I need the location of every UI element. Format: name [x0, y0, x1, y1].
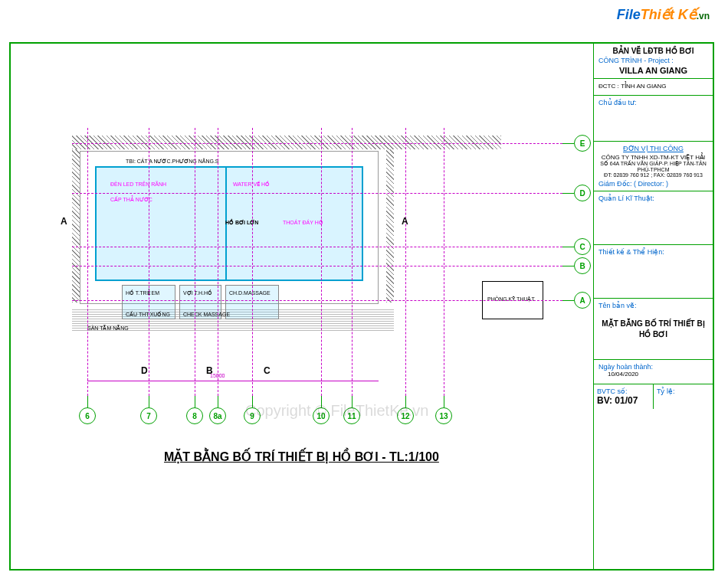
grid-bubble-11: 11 — [343, 407, 360, 424]
section-a-right: A — [402, 216, 408, 227]
tb-location-section: ĐCTC : TỈNH AN GIANG — [594, 79, 713, 96]
dim-overall-text: 15000 — [210, 373, 225, 378]
title-block: BẢN VẼ LĐTB HỒ BƠI CÔNG TRÌNH - Project … — [593, 44, 713, 569]
grid-line-a — [72, 300, 562, 301]
hatch-left — [72, 149, 80, 302]
grid-stem-8 — [195, 396, 195, 407]
grid-stem-c — [562, 247, 574, 247]
grid-stem-6 — [87, 396, 88, 407]
grid-stem-9 — [252, 396, 253, 407]
tb-date-label: Ngày hoàn thành: — [598, 363, 708, 371]
tb-design-section: Thiết kế & Thể Hiện: — [594, 245, 713, 299]
tb-drawing-name: MẶT BẰNG BỐ TRÍ THIẾT BỊ HỒ BƠI — [598, 319, 708, 340]
grid-stem-7 — [149, 396, 149, 407]
tb-sheet-section: BVTC số: BV: 01/07 Tỷ lệ: — [594, 384, 713, 409]
grid-line-8a — [218, 128, 218, 396]
plan-title: MẶT BẰNG BỐ TRÍ THIẾT BỊ HỒ BƠI - TL:1/1… — [164, 450, 439, 464]
tb-sheet-value: BV: 01/07 — [597, 395, 650, 406]
grid-bubble-8: 8 — [186, 407, 203, 424]
section-c-bot: C — [264, 365, 271, 376]
tb-project-label: CÔNG TRÌNH - Project : — [598, 57, 708, 64]
tb-location-label: ĐCTC : — [598, 83, 619, 90]
drawing-frame: PHÒNG KỸ THUẬT TBI: CÁT A NƯỚC.PHƯƠNG NĂ… — [9, 42, 714, 571]
tb-tech-section: Quản Lí Kĩ Thuật: — [594, 191, 713, 245]
label-main-pool: HỒ BƠI LỚN — [225, 220, 258, 226]
hatch-top — [72, 136, 501, 149]
grid-stem-13 — [444, 396, 444, 407]
tb-date-section: Ngày hoàn thành: 10/04/2020 — [594, 360, 713, 384]
label-entry1: CẦU THT.XUỐNG — [126, 312, 170, 318]
grid-bubble-10: 10 — [313, 407, 330, 424]
logo-file: File — [617, 7, 641, 22]
grid-stem-12 — [405, 396, 406, 407]
label-sp1: HỒ T.TRẺ EM — [126, 290, 159, 296]
tb-drawing-name-label: Tên bản vẽ: — [598, 302, 708, 309]
tb-location-value: TỈNH AN GIANG — [621, 83, 666, 90]
label-massage: CH.D.MASSAGE — [229, 290, 271, 296]
tb-header: BẢN VẼ LĐTB HỒ BƠI — [598, 47, 708, 55]
label-decor: TBI: CÁT A NƯỚC.PHƯƠNG NĂNG.S — [126, 159, 219, 165]
site-logo: FileThiết Kế.vn — [617, 6, 710, 23]
label-drain: THOÁT ĐÁY HỒ — [283, 220, 323, 226]
grid-bubble-c: C — [574, 238, 591, 255]
tb-contractor-label: ĐƠN VỊ THI CÔNG — [598, 145, 708, 152]
grid-bubble-d: D — [574, 185, 591, 201]
grid-bubble-6: 6 — [79, 407, 96, 424]
grid-bubble-8a: 8a — [209, 407, 226, 424]
grid-line-9 — [252, 128, 253, 396]
grid-stem-d — [562, 193, 574, 194]
tb-contractor-addr: SỐ 64A TRẦN VĂN GIÁP-P. HIỆP TÂN-TÂN PHÚ… — [598, 161, 708, 172]
tb-contractor-tel: ĐT: 02839 760 912 ; FAX: 02839 760 913 — [598, 172, 708, 178]
section-a-left: A — [61, 216, 67, 227]
grid-bubble-7: 7 — [140, 407, 157, 424]
tb-director-label: Giám Đốc: ( Director: ) — [598, 180, 708, 188]
grid-line-12 — [405, 128, 406, 396]
grid-line-c — [72, 247, 562, 247]
grid-bubble-9: 9 — [244, 407, 261, 424]
drawing-area: PHÒNG KỸ THUẬT TBI: CÁT A NƯỚC.PHƯƠNG NĂ… — [11, 44, 593, 569]
grid-line-6 — [87, 128, 88, 396]
grid-bubble-e: E — [574, 135, 591, 152]
label-check: CHECK MASSAGE — [183, 312, 230, 317]
tb-sheet-label: BVTC số: — [597, 387, 650, 395]
grid-line-10 — [321, 128, 322, 396]
grid-line-b — [72, 266, 562, 266]
tb-scale-label: Tỷ lệ: — [657, 387, 710, 395]
grid-bubble-13: 13 — [435, 407, 452, 424]
grid-stem-8a — [218, 396, 218, 407]
label-entry2: SÀN TẮM NẮNG — [87, 325, 129, 332]
label-light: ĐÈN LED TRÊN RÃNH — [110, 181, 166, 187]
logo-thietke: Thiết Kế — [641, 7, 697, 22]
logo-vn: .vn — [697, 11, 710, 21]
grid-stem-e — [562, 143, 574, 144]
tb-scale-right: Tỷ lệ: — [654, 384, 713, 409]
section-d-bot: D — [141, 365, 148, 376]
grid-stem-b — [562, 266, 574, 266]
grid-stem-10 — [321, 396, 322, 407]
grid-line-8 — [195, 128, 195, 396]
equipment-room-label: PHÒNG KỸ THUẬT — [487, 296, 535, 302]
grid-bubble-12: 12 — [397, 407, 414, 424]
tb-sheet-left: BVTC số: BV: 01/07 — [594, 384, 654, 409]
tb-owner-section: Chủ đầu tư: — [594, 96, 713, 142]
dim-overall — [87, 381, 379, 381]
grid-stem-11 — [352, 396, 353, 407]
grid-bubble-b: B — [574, 257, 591, 274]
tb-contractor-name: CÔNG TY TNHH XD-TM-KT VIỆT HẢI — [598, 154, 708, 161]
grid-line-13 — [444, 128, 444, 396]
tb-tech-label: Quản Lí Kĩ Thuật: — [598, 195, 708, 202]
tb-design-label: Thiết kế & Thể Hiện: — [598, 248, 708, 256]
grid-line-11 — [352, 128, 353, 396]
grid-line-d — [72, 193, 562, 194]
tb-project-name: VILLA AN GIANG — [598, 66, 708, 75]
grid-bubble-a: A — [574, 292, 591, 309]
floor-plan: PHÒNG KỸ THUẬT TBI: CÁT A NƯỚC.PHƯƠNG NĂ… — [49, 120, 547, 381]
label-inlet: CẤP THẢ NƯỚC — [110, 197, 152, 203]
tb-date-value: 10/04/2020 — [608, 371, 708, 378]
tb-header-section: BẢN VẼ LĐTB HỒ BƠI CÔNG TRÌNH - Project … — [594, 44, 713, 79]
label-sp2: VỢI T.H.HỒ — [183, 290, 212, 296]
tb-contractor-section: ĐƠN VỊ THI CÔNG CÔNG TY TNHH XD-TM-KT VI… — [594, 142, 713, 191]
grid-line-e — [72, 143, 562, 144]
tb-drawing-name-section: Tên bản vẽ: MẶT BẰNG BỐ TRÍ THIẾT BỊ HỒ … — [594, 299, 713, 360]
grid-line-7 — [149, 128, 149, 396]
